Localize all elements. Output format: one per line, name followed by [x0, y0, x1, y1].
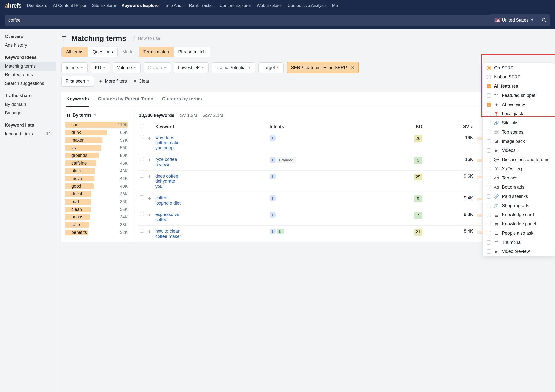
- col-sv[interactable]: SV ▼: [424, 122, 475, 132]
- sidebar-by-page[interactable]: By page: [0, 109, 56, 117]
- term-row[interactable]: ▶ can 110K: [61, 121, 133, 129]
- keyword-link[interactable]: how to clean coffee maker: [155, 229, 183, 239]
- sidebar-toggle-icon[interactable]: ☰: [61, 35, 67, 42]
- term-row[interactable]: ▶ decaf 36K: [61, 190, 133, 198]
- row-checkbox[interactable]: [140, 212, 144, 216]
- serp-feature-option[interactable]: ▦ Knowledge panel: [483, 219, 555, 229]
- tab-clusters-parent[interactable]: Clusters by Parent Topic: [98, 92, 153, 107]
- term-row[interactable]: ▶ good 40K: [61, 182, 133, 190]
- term-row[interactable]: ▶ benefits 32K: [61, 229, 133, 236]
- serp-feature-option[interactable]: ▢ Thumbnail: [483, 238, 555, 247]
- term-row[interactable]: ▶ clean 35K: [61, 206, 133, 213]
- pill-all-terms[interactable]: All terms: [62, 47, 88, 57]
- add-keyword-button[interactable]: +: [148, 212, 151, 218]
- add-keyword-button[interactable]: +: [148, 157, 151, 163]
- radio-on-serp[interactable]: On SERP: [483, 63, 555, 72]
- term-row[interactable]: ▶ beans 34K: [61, 213, 133, 221]
- term-row[interactable]: ▶ grounds 50K: [61, 152, 133, 159]
- tab-clusters-terms[interactable]: Clusters by terms: [162, 92, 202, 107]
- serp-feature-option[interactable]: 🔗 Sitelinks: [483, 118, 555, 128]
- pill-phrase-match[interactable]: Phrase match: [174, 47, 210, 57]
- nav-content-explorer[interactable]: Content Explorer: [220, 3, 251, 8]
- pill-terms-match[interactable]: Terms match: [139, 47, 174, 57]
- term-row[interactable]: ▶ maker 57K: [61, 136, 133, 144]
- nav-more[interactable]: Mo: [332, 3, 338, 8]
- serp-feature-option[interactable]: 🛒 Shopping ads: [483, 201, 555, 210]
- serp-feature-option[interactable]: ❝❞ Featured snippet: [483, 91, 555, 100]
- filter-kd[interactable]: KD▼: [91, 62, 110, 73]
- serp-feature-option[interactable]: 📍 Local pack: [483, 109, 555, 118]
- add-keyword-button[interactable]: +: [148, 195, 151, 202]
- keyword-link[interactable]: does coffee dehydrate you: [155, 174, 183, 189]
- filter-target[interactable]: Target▼: [258, 62, 284, 73]
- serp-feature-option[interactable]: 🖼 Image pack: [483, 137, 555, 146]
- add-keyword-button[interactable]: +: [148, 174, 151, 180]
- serp-feature-option[interactable]: 📰 Top stories: [483, 128, 555, 137]
- radio-not-on-serp[interactable]: Not on SERP: [483, 72, 555, 82]
- by-terms-dropdown[interactable]: ▥ By terms ▼: [61, 109, 133, 121]
- row-checkbox[interactable]: [140, 229, 144, 233]
- filter-serp-features[interactable]: SERP features: ✦ on SERP ✕: [287, 62, 359, 73]
- term-row[interactable]: ▶ vs 56K: [61, 144, 133, 152]
- col-keyword[interactable]: Keyword: [153, 122, 268, 132]
- filter-volume[interactable]: Volume▼: [113, 62, 141, 73]
- row-checkbox[interactable]: [140, 174, 144, 178]
- sidebar-inbound-links[interactable]: Inbound Links 14: [0, 130, 56, 138]
- row-checkbox[interactable]: [140, 157, 144, 161]
- add-keyword-button[interactable]: +: [148, 229, 151, 235]
- more-filters-button[interactable]: ＋More filters: [97, 76, 128, 87]
- keyword-link[interactable]: coffee loophole diet: [155, 195, 183, 206]
- term-row[interactable]: ▶ much 42K: [61, 175, 133, 182]
- serp-feature-option[interactable]: 💬 Discussions and forums: [483, 155, 555, 164]
- serp-feature-option[interactable]: ▶ Video preview: [483, 247, 555, 256]
- filter-traffic-potential[interactable]: Traffic Potential▼: [212, 62, 255, 73]
- col-intents[interactable]: Intents: [268, 122, 379, 132]
- keyword-link[interactable]: ryze coffee reviews: [155, 157, 183, 167]
- nav-dashboard[interactable]: Dashboard: [27, 3, 47, 8]
- serp-feature-option[interactable]: ▶ Videos: [483, 146, 555, 155]
- how-to-use-link[interactable]: ❔ How to use: [131, 36, 160, 41]
- term-row[interactable]: ▶ caffeine 45K: [61, 159, 133, 167]
- serp-feature-option[interactable]: 🔗 Paid sitelinks: [483, 192, 555, 201]
- nav-web-explorer[interactable]: Web Explorer: [257, 3, 282, 8]
- term-row[interactable]: ▶ ratio 33K: [61, 221, 133, 229]
- term-row[interactable]: ▶ black 43K: [61, 167, 133, 175]
- nav-site-audit[interactable]: Site Audit: [166, 3, 184, 8]
- sidebar-by-domain[interactable]: By domain: [0, 100, 56, 109]
- keyword-link[interactable]: why does coffee make you poop: [155, 135, 183, 151]
- serp-feature-option[interactable]: Ad Bottom ads: [483, 183, 555, 192]
- serp-feature-option[interactable]: ▤ Knowledge card: [483, 210, 555, 219]
- serp-feature-option[interactable]: ☰ People also ask: [483, 229, 555, 238]
- nav-rank-tracker[interactable]: Rank Tracker: [189, 3, 214, 8]
- serp-feature-option[interactable]: Ad Top ads: [483, 174, 555, 183]
- row-checkbox[interactable]: [140, 195, 144, 199]
- sidebar-overview[interactable]: Overview: [0, 32, 56, 41]
- close-icon[interactable]: ✕: [351, 65, 355, 70]
- sidebar-related-terms[interactable]: Related terms: [0, 71, 56, 79]
- add-keyword-button[interactable]: +: [148, 135, 151, 141]
- col-kd[interactable]: KD: [379, 122, 424, 132]
- sidebar-search-suggestions[interactable]: Search suggestions: [0, 79, 56, 88]
- select-all-checkbox[interactable]: [140, 124, 144, 128]
- keyword-link[interactable]: espresso vs coffee: [155, 212, 183, 222]
- nav-competitive-analysis[interactable]: Competitive Analysis: [288, 3, 327, 8]
- serp-feature-option[interactable]: ✓ ✦ AI overview: [483, 100, 555, 109]
- filter-growth[interactable]: Growth▼: [144, 62, 171, 73]
- nav-site-explorer[interactable]: Site Explorer: [92, 3, 116, 8]
- sidebar-matching-terms[interactable]: Matching terms: [0, 62, 56, 71]
- serp-feature-option[interactable]: 𝕏 X (Twitter): [483, 164, 555, 174]
- search-button[interactable]: [538, 14, 550, 26]
- filter-first-seen[interactable]: First seen▼: [61, 76, 94, 87]
- all-features-toggle[interactable]: − All features: [483, 82, 555, 91]
- term-row[interactable]: ▶ bad 36K: [61, 198, 133, 206]
- keyword-search-input[interactable]: [5, 15, 490, 26]
- country-select[interactable]: 🇺🇸 United States ▼: [490, 14, 538, 26]
- sidebar-ads-history[interactable]: Ads history: [0, 41, 56, 50]
- term-row[interactable]: ▶ drink 66K: [61, 129, 133, 136]
- nav-ai-content-helper[interactable]: AI Content Helper: [53, 3, 86, 8]
- clear-filters-button[interactable]: ✕Clear: [131, 76, 151, 86]
- filter-intents[interactable]: Intents▼: [61, 62, 88, 73]
- row-checkbox[interactable]: [140, 135, 144, 139]
- logo[interactable]: ahrefs: [5, 2, 21, 9]
- tab-keywords[interactable]: Keywords: [66, 92, 89, 107]
